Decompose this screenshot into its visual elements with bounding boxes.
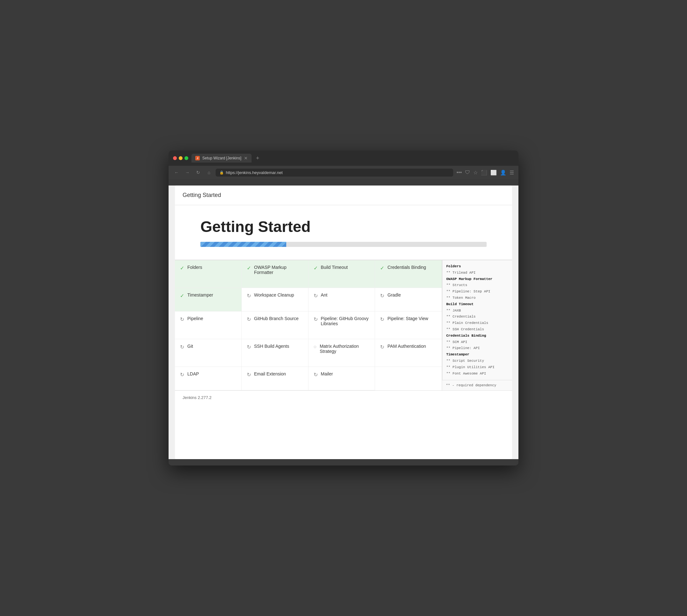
plugin-name: Email Extension	[254, 371, 286, 376]
account-icon[interactable]: 👤	[499, 169, 507, 176]
plugin-name: Pipeline	[187, 316, 203, 321]
plugin-cell-owasp-markup-formatter: ✓OWASP Markup Formatter	[242, 260, 308, 288]
plugin-name: Git	[187, 344, 193, 349]
plugin-status-icon: ✓	[380, 265, 384, 271]
plugin-status-icon: ↻	[314, 316, 318, 322]
plugin-cell-ssh-build-agents: ↻SSH Build Agents	[242, 339, 308, 367]
plugin-grid: ✓Folders✓OWASP Markup Formatter✓Build Ti…	[175, 260, 442, 390]
plugin-cell-pam-auth: ↻PAM Authentication	[375, 339, 442, 367]
toolbar-actions: ••• 🛡 ☆ ⬛ ⬜ 👤 ☰	[456, 169, 514, 176]
back-button[interactable]: ←	[173, 168, 181, 177]
plugin-cell-gradle: ↻Gradle	[375, 288, 442, 312]
plugin-cell-ant: ↻Ant	[308, 288, 375, 312]
plugin-name: Matrix Authorization Strategy	[320, 344, 370, 354]
tab-close-button[interactable]: ✕	[244, 156, 248, 161]
plugin-name: Folders	[187, 265, 202, 270]
plugin-status-icon: ↻	[314, 293, 318, 299]
reload-button[interactable]: ↻	[194, 168, 202, 177]
sidebar-dependency: ** Credentials	[446, 314, 508, 320]
plugin-status-icon: ✓	[247, 265, 251, 271]
browser-toolbar: ← → ↻ ⌂ 🔒 https://jenkins.heyvaldemar.ne…	[168, 166, 519, 179]
plugin-status-icon: ↻	[314, 372, 318, 378]
plugin-name: Build Timeout	[321, 265, 348, 270]
hamburger-menu[interactable]: ☰	[509, 169, 514, 176]
sidebar-dependency: ** SSH Credentials	[446, 327, 508, 333]
traffic-lights	[173, 156, 188, 160]
sidebar-dependency: ** Pipeline: Step API	[446, 289, 508, 295]
maximize-button[interactable]	[184, 156, 188, 160]
browser-tab[interactable]: J Setup Wizard [Jenkins] ✕	[191, 154, 252, 162]
overflow-menu-button[interactable]: •••	[456, 169, 462, 176]
sidebar-dependency: ** Pipeline: API	[446, 345, 508, 352]
page-footer: Jenkins 2.277.2	[175, 390, 512, 404]
sidebar-section-title: Folders	[446, 263, 508, 270]
lock-icon: 🔒	[220, 171, 224, 175]
plugin-cell-github-branch-source: ↻GitHub Branch Source	[242, 311, 308, 339]
library-icon[interactable]: ⬛	[480, 169, 488, 176]
page-header: Getting Started	[175, 185, 512, 205]
plugin-name: Credentials Binding	[387, 265, 426, 270]
plugin-name: LDAP	[187, 371, 199, 376]
plugin-status-icon: ↻	[247, 372, 251, 378]
sidebar: Folders** Trilead APIOWASP Markup Format…	[442, 260, 512, 390]
sidebar-section-title: Credentials Binding	[446, 333, 508, 339]
address-bar[interactable]: 🔒 https://jenkins.heyvaldemar.net	[216, 169, 453, 177]
plugin-status-icon: ↻	[180, 316, 184, 322]
plugin-cell-ldap: ↻LDAP	[175, 367, 242, 391]
jenkins-container: Getting Started Getting Started ✓Folders…	[175, 185, 512, 459]
sidebar-dependency: ** Plugin Utilities API	[446, 364, 508, 371]
browser-window: J Setup Wizard [Jenkins] ✕ + ← → ↻ ⌂ 🔒 h…	[168, 151, 519, 465]
sidebar-dependency: ** Plain Credentials	[446, 320, 508, 327]
plugin-status-icon: ↻	[180, 372, 184, 378]
page-content: Getting Started Getting Started ✓Folders…	[168, 185, 519, 459]
plugin-name: Ant	[321, 292, 327, 298]
sidebar-dependency: ** SCM API	[446, 339, 508, 346]
plugin-cell-workspace-cleanup: ↻Workspace Cleanup	[242, 288, 308, 312]
jenkins-version: Jenkins 2.277.2	[183, 395, 211, 400]
sidebar-footer: ** - required dependency	[442, 380, 512, 390]
plugin-status-icon: ↻	[247, 316, 251, 322]
plugin-name: SSH Build Agents	[254, 344, 290, 349]
getting-started-heading: Getting Started	[200, 218, 487, 236]
plugin-name: Gradle	[387, 292, 401, 298]
plugin-cell-email-extension: ↻Email Extension	[242, 367, 308, 391]
sidebar-dependency: ** Trilead API	[446, 270, 508, 276]
plugin-name: PAM Authentication	[387, 344, 426, 349]
browser-titlebar: J Setup Wizard [Jenkins] ✕ +	[168, 151, 519, 166]
progress-bar-fill	[200, 242, 286, 247]
sidebar-section-title: Build Timeout	[446, 301, 508, 308]
minimize-button[interactable]	[179, 156, 183, 160]
plugin-cell-git: ↻Git	[175, 339, 242, 367]
sidebar-footer-note: ** - required dependency	[446, 383, 496, 387]
plugin-name: Mailer	[321, 371, 333, 376]
forward-button[interactable]: →	[183, 168, 191, 177]
plugin-status-icon: ✓	[180, 293, 184, 299]
home-button[interactable]: ⌂	[205, 168, 213, 177]
plugin-name: Pipeline: Stage View	[387, 316, 428, 321]
tab-view-icon[interactable]: ⬜	[490, 169, 498, 176]
star-icon[interactable]: ☆	[473, 169, 478, 176]
plugin-cell-matrix-auth: ○Matrix Authorization Strategy	[308, 339, 375, 367]
plugin-name: OWASP Markup Formatter	[254, 265, 303, 275]
plugin-cell-credentials-binding: ✓Credentials Binding	[375, 260, 442, 288]
progress-bar-container	[200, 242, 487, 247]
plugin-name: Timestamper	[187, 292, 213, 298]
url-text: https://jenkins.heyvaldemar.net	[226, 170, 283, 175]
close-button[interactable]	[173, 156, 177, 160]
plugin-status-icon: ↻	[247, 293, 251, 299]
tab-title: Setup Wizard [Jenkins]	[202, 156, 242, 160]
page-title: Getting Started	[183, 192, 504, 199]
shield-icon[interactable]: 🛡	[464, 169, 471, 176]
plugin-name: Pipeline: GitHub Groovy Libraries	[321, 316, 370, 326]
plugin-cell-folders: ✓Folders	[175, 260, 242, 288]
plugin-cell-pipeline-stage-view: ↻Pipeline: Stage View	[375, 311, 442, 339]
new-tab-button[interactable]: +	[255, 155, 261, 162]
plugin-status-icon: ↻	[180, 344, 184, 350]
plugin-status-icon: ○	[314, 344, 317, 350]
sidebar-dependency: ** Structs	[446, 282, 508, 289]
sidebar-dependency: ** JAXB	[446, 308, 508, 314]
sidebar-panel: Folders** Trilead APIOWASP Markup Format…	[442, 260, 512, 380]
plugin-cell-timestamper: ✓Timestamper	[175, 288, 242, 312]
plugin-cell-build-timeout: ✓Build Timeout	[308, 260, 375, 288]
sidebar-section-title: OWASP Markup Formatter	[446, 276, 508, 283]
